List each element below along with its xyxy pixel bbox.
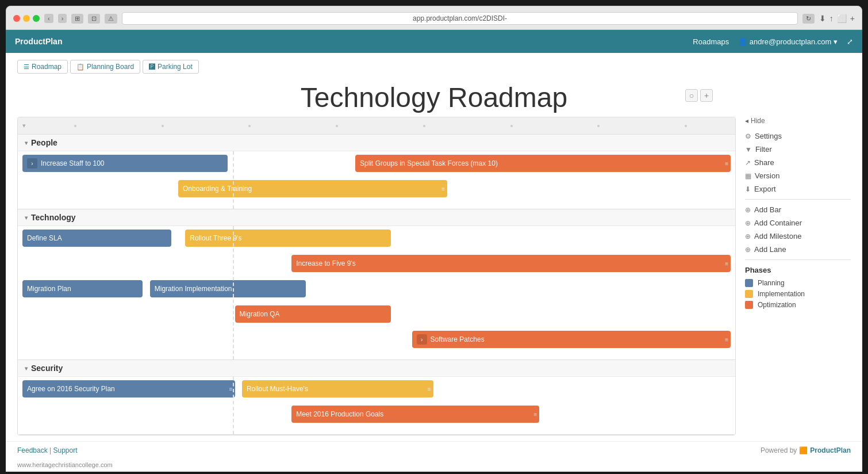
add-bar-icon: ⊕ xyxy=(745,206,751,214)
duplicate-button[interactable]: ⬜ xyxy=(837,14,847,23)
footer-logo: ProductPlan xyxy=(810,446,851,454)
phase-implementation-label: Implementation xyxy=(758,290,805,298)
bar-menu-icon[interactable]: ≡ xyxy=(725,337,728,343)
tab-planning-board[interactable]: 📋 Planning Board xyxy=(70,60,140,74)
roadmap-tab-icon: ☰ xyxy=(24,63,29,71)
phase-implementation-dot xyxy=(745,290,753,298)
bar-menu-icon[interactable]: ≡ xyxy=(725,160,728,167)
share-label: Share xyxy=(754,158,774,167)
bar-menu-icon[interactable]: ≡ xyxy=(534,411,537,418)
sidebar-export[interactable]: ⬇ Export xyxy=(745,185,851,193)
footer-powered: Powered by 🟧 ProductPlan xyxy=(761,446,851,454)
security-collapse-arrow[interactable]: ▾ xyxy=(25,365,28,372)
zoom-out-button[interactable]: ○ xyxy=(685,89,698,102)
container-technology: ▾ Technology Define SLA Rollout Three 9'… xyxy=(18,209,735,360)
sidebar-version[interactable]: ▦ Version xyxy=(745,171,851,180)
export-label: Export xyxy=(754,185,776,193)
bar-menu-icon[interactable]: ≡ xyxy=(229,386,233,392)
bar-menu-icon[interactable]: ≡ xyxy=(441,186,445,192)
tab-planning-label: Planning Board xyxy=(87,63,134,71)
add-lane-button[interactable]: ⊕ Add Lane xyxy=(745,245,851,254)
warning-button[interactable]: ⚠ xyxy=(105,14,117,24)
bar-define-sla[interactable]: Define SLA xyxy=(22,230,171,247)
expand-icon[interactable]: › xyxy=(417,334,427,345)
version-icon: ▦ xyxy=(745,172,751,180)
phase-optimization-label: Optimization xyxy=(758,301,796,309)
add-lane-label: Add Lane xyxy=(754,245,786,254)
download-button[interactable]: ⬇ xyxy=(819,14,826,23)
bar-menu-icon[interactable]: ≡ xyxy=(428,386,431,392)
app-footer: Feedback | Support Powered by 🟧 ProductP… xyxy=(6,441,862,459)
add-milestone-button[interactable]: ⊕ Add Milestone xyxy=(745,232,851,240)
container-security: ▾ Security Agree on 2016 Security Plan ≡ xyxy=(18,360,735,435)
sidebar-filter[interactable]: ▼ Filter xyxy=(745,145,851,154)
layout-button[interactable]: ⊡ xyxy=(88,14,100,24)
add-container-icon: ⊕ xyxy=(745,219,751,227)
app-logo: ProductPlan xyxy=(15,37,693,46)
bar-migration-impl[interactable]: Migration Implementation xyxy=(150,280,306,297)
bar-increase-five[interactable]: Increase to Five 9's ≡ xyxy=(291,255,731,272)
zoom-controls: ○ + xyxy=(685,89,713,102)
bar-migration-qa[interactable]: Migration QA xyxy=(235,305,391,323)
bar-production-goals[interactable]: Meet 2016 Production Goals ≡ xyxy=(291,406,539,423)
page-title-area: Technology Roadmap ○ + xyxy=(6,74,862,117)
add-milestone-label: Add Milestone xyxy=(754,232,801,240)
settings-label: Settings xyxy=(755,132,782,140)
add-bar-button[interactable]: ⊕ Add Bar xyxy=(745,205,851,214)
phase-implementation: Implementation xyxy=(745,290,851,298)
phases-title: Phases xyxy=(745,266,851,274)
new-tab-button[interactable]: + xyxy=(850,14,855,23)
reader-button[interactable]: ⊞ xyxy=(71,14,83,24)
share-button[interactable]: ↑ xyxy=(829,14,834,23)
sidebar-settings[interactable]: ⚙ Settings xyxy=(745,132,851,140)
add-container-button[interactable]: ⊕ Add Container xyxy=(745,219,851,227)
add-container-label: Add Container xyxy=(754,219,802,227)
hide-button[interactable]: ◂ Hide xyxy=(745,117,851,125)
lane-row: Meet 2016 Production Goals ≡ xyxy=(22,406,731,429)
lane-row: Increase to Five 9's ≡ xyxy=(22,255,731,278)
bar-rollout-must[interactable]: Rollout Must-Have's ≡ xyxy=(242,380,433,397)
reload-button[interactable]: ↻ xyxy=(802,14,815,24)
lane-row: › Increase Staff to 100 Split Groups in … xyxy=(22,155,731,178)
sidebar-share[interactable]: ↗ Share xyxy=(745,158,851,167)
app-header: ProductPlan Roadmaps 👤 andre@productplan… xyxy=(6,30,862,53)
sub-nav: ☰ Roadmap 📋 Planning Board 🅿 Parking Lot xyxy=(6,53,862,74)
traffic-light-red[interactable] xyxy=(13,15,20,22)
timeline-header: ▾ xyxy=(18,117,735,135)
add-milestone-icon: ⊕ xyxy=(745,232,751,240)
fullscreen-icon[interactable]: ⤢ xyxy=(847,37,853,46)
bar-split-groups[interactable]: Split Groups in Special Task Forces (max… xyxy=(355,155,731,172)
container-people-header[interactable]: ▾ People xyxy=(18,135,735,151)
bar-menu-icon[interactable]: ≡ xyxy=(725,261,728,267)
back-button[interactable]: ‹ xyxy=(44,14,53,23)
traffic-light-green[interactable] xyxy=(33,15,40,22)
traffic-light-yellow[interactable] xyxy=(23,15,30,22)
phase-planning-label: Planning xyxy=(758,279,785,287)
bar-security-plan[interactable]: Agree on 2016 Security Plan ≡ xyxy=(22,380,235,397)
add-lane-icon: ⊕ xyxy=(745,246,751,254)
container-technology-header[interactable]: ▾ Technology xyxy=(18,209,735,226)
expand-icon[interactable]: › xyxy=(27,158,37,169)
bar-increase-staff[interactable]: › Increase Staff to 100 xyxy=(22,155,228,172)
bar-onboarding[interactable]: Onboarding & Training ≡ xyxy=(178,180,447,197)
lane-row: Onboarding & Training ≡ xyxy=(22,180,731,203)
footer-links: Feedback | Support xyxy=(17,446,78,454)
lane-row: › Software Patches ≡ xyxy=(22,331,731,354)
bar-rollout-three[interactable]: Rollout Three 9's xyxy=(185,230,390,247)
support-link[interactable]: Support xyxy=(53,446,78,454)
tab-roadmap-label: Roadmap xyxy=(32,63,62,71)
zoom-in-button[interactable]: + xyxy=(700,89,713,102)
tab-roadmap[interactable]: ☰ Roadmap xyxy=(17,60,68,74)
technology-title: Technology xyxy=(31,213,76,222)
tab-parking-lot[interactable]: 🅿 Parking Lot xyxy=(143,60,199,74)
people-collapse-arrow[interactable]: ▾ xyxy=(25,140,28,146)
nav-roadmaps[interactable]: Roadmaps xyxy=(693,37,729,46)
address-bar[interactable]: app.productplan.com/c2DISDI- xyxy=(122,12,797,25)
container-security-header[interactable]: ▾ Security xyxy=(18,360,735,377)
bar-migration-plan[interactable]: Migration Plan xyxy=(22,280,143,297)
feedback-link[interactable]: Feedback xyxy=(17,446,48,454)
forward-button[interactable]: › xyxy=(58,14,67,23)
technology-collapse-arrow[interactable]: ▾ xyxy=(25,215,28,221)
nav-user[interactable]: 👤 andre@productplan.com ▾ xyxy=(738,37,838,46)
bar-software-patches[interactable]: › Software Patches ≡ xyxy=(412,331,731,348)
